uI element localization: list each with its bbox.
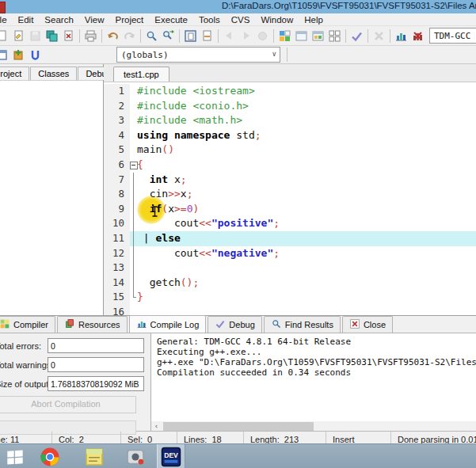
fold-gutter bbox=[130, 143, 137, 158]
check-icon bbox=[215, 318, 226, 331]
fold-marker[interactable] bbox=[130, 158, 137, 173]
menu-tools[interactable]: Tools bbox=[193, 15, 226, 25]
stat-value-field[interactable]: 1.76818370819092 MiB bbox=[48, 376, 144, 391]
code-text: cin>>x; bbox=[137, 187, 476, 202]
window-new-icon[interactable] bbox=[0, 47, 10, 63]
code-line[interactable]: 7 int x; bbox=[104, 173, 476, 188]
code-token: #include <iostream> bbox=[137, 85, 255, 97]
code-line[interactable]: 16 bbox=[104, 305, 476, 315]
save-all-icon[interactable] bbox=[44, 28, 60, 44]
code-line[interactable]: 8 cin>>x; bbox=[104, 187, 476, 202]
code-text bbox=[137, 305, 476, 315]
code-token: ; bbox=[187, 188, 193, 200]
code-line[interactable]: 6{ bbox=[104, 158, 476, 173]
open-file-icon[interactable] bbox=[10, 28, 27, 44]
line-number: 2 bbox=[104, 99, 130, 114]
project-panel-body[interactable] bbox=[0, 81, 103, 315]
code-line[interactable]: 13 bbox=[104, 261, 476, 276]
tab-close[interactable]: Close bbox=[342, 316, 393, 333]
code-line[interactable]: 11 | else bbox=[104, 231, 476, 246]
stat-value-field[interactable]: 0 bbox=[48, 338, 144, 353]
syntax-check-icon[interactable] bbox=[348, 28, 365, 44]
abort-icon bbox=[371, 28, 387, 44]
compile-log-panel: Total errors:0Total warnings:0Size of ou… bbox=[0, 333, 476, 431]
code-line[interactable]: 1#include <iostream> bbox=[104, 84, 476, 99]
window-title: D:\FaraDars.Org\T1059\FVSFT95031\FVSFT95… bbox=[222, 1, 476, 10]
tab-compile-log[interactable]: Compile Log bbox=[129, 315, 207, 333]
code-line[interactable]: 3#include <math.h> bbox=[104, 113, 476, 128]
taskbar-snipping-icon[interactable] bbox=[122, 444, 149, 468]
code-token: getch bbox=[137, 276, 181, 288]
editor-tab-bar: test1.cpp bbox=[104, 64, 476, 82]
menu-edit[interactable]: Edit bbox=[13, 15, 40, 25]
profile-delete-icon[interactable] bbox=[409, 28, 426, 44]
tab-find-results[interactable]: Find Results bbox=[264, 316, 341, 333]
find-icon[interactable] bbox=[143, 28, 160, 44]
insert-unit-icon[interactable] bbox=[27, 47, 44, 63]
title-bar[interactable]: D:\FaraDars.Org\T1059\FVSFT95031\FVSFT95… bbox=[0, 0, 476, 13]
code-text: | else bbox=[137, 231, 476, 246]
compiler-icon bbox=[0, 318, 10, 331]
replace-icon[interactable] bbox=[160, 28, 177, 44]
rebuild-icon[interactable] bbox=[326, 28, 343, 44]
line-number: 16 bbox=[104, 305, 130, 315]
compiler-select[interactable]: TDM-GCC 4.8 bbox=[429, 28, 476, 44]
goto-icon[interactable] bbox=[182, 28, 199, 44]
add-item-icon[interactable] bbox=[10, 47, 27, 63]
menu-bar: FileEditSearchViewProjectExecuteToolsCVS… bbox=[0, 13, 476, 25]
panel-tab-project[interactable]: Project bbox=[0, 67, 29, 80]
editor: test1.cpp 1#include <iostream>2#include … bbox=[104, 64, 476, 315]
new-file-icon[interactable] bbox=[0, 28, 10, 44]
taskbar-start-button[interactable] bbox=[2, 444, 29, 468]
tab-compiler[interactable]: Compiler bbox=[0, 316, 55, 333]
code-line[interactable]: 15} bbox=[104, 290, 476, 305]
menu-window[interactable]: Window bbox=[255, 15, 299, 25]
code-line[interactable]: 14 getch(); bbox=[104, 276, 476, 291]
print-icon[interactable] bbox=[82, 28, 99, 44]
code-area[interactable]: 1#include <iostream>2#include <conio.h>3… bbox=[104, 82, 476, 315]
taskbar-dev-cpp-icon[interactable]: DEV bbox=[157, 444, 185, 468]
menu-help[interactable]: Help bbox=[299, 15, 329, 25]
menu-project[interactable]: Project bbox=[110, 15, 150, 25]
line-number: 8 bbox=[104, 187, 130, 202]
undo-icon[interactable] bbox=[105, 28, 121, 44]
line-number: 5 bbox=[104, 143, 130, 158]
stat-row: Size of output:1.76818370819092 MiB bbox=[0, 376, 147, 391]
menu-cvs[interactable]: CVS bbox=[226, 15, 256, 25]
fold-marker bbox=[130, 231, 137, 246]
panel-tab-classes[interactable]: Classes bbox=[30, 67, 77, 80]
code-token: x bbox=[168, 173, 181, 185]
code-line[interactable]: 9 if(x>=0) bbox=[104, 202, 476, 217]
taskbar-notes-icon[interactable] bbox=[81, 444, 108, 468]
close-file-icon[interactable] bbox=[60, 28, 77, 44]
toolbar-separator bbox=[140, 29, 141, 43]
code-line[interactable]: 12 cout<<"negative"; bbox=[104, 246, 476, 261]
code-line[interactable]: 2#include <conio.h> bbox=[104, 99, 476, 114]
main-area: ProjectClassesDebug test1.cpp 1#include … bbox=[0, 63, 476, 315]
horizontal-scrollbar[interactable]: ‹ bbox=[151, 421, 476, 431]
scroll-left-arrow-icon[interactable]: ‹ bbox=[151, 421, 162, 431]
compile-log[interactable]: General: TDM-GCC 4.8.1 64-bit ReleaseExe… bbox=[151, 333, 476, 431]
profile-icon[interactable] bbox=[393, 28, 409, 44]
editor-tab-test1cpp[interactable]: test1.cpp bbox=[113, 67, 169, 82]
compile-run-icon[interactable] bbox=[310, 28, 326, 44]
menu-execute[interactable]: Execute bbox=[149, 15, 193, 25]
toolbar-class-browser: (globals) ∨ bbox=[0, 45, 476, 63]
menu-view[interactable]: View bbox=[79, 15, 110, 25]
bookmark-icon[interactable] bbox=[199, 28, 215, 44]
scrollbar-thumb[interactable] bbox=[163, 422, 314, 431]
globals-select[interactable]: (globals) ∨ bbox=[116, 47, 280, 63]
compile-icon[interactable] bbox=[276, 28, 293, 44]
code-token: >> bbox=[168, 188, 181, 200]
code-line[interactable]: 5main() bbox=[104, 143, 476, 158]
menu-file[interactable]: File bbox=[0, 15, 13, 25]
menu-search[interactable]: Search bbox=[39, 15, 78, 25]
stat-value-field[interactable]: 0 bbox=[48, 357, 144, 372]
code-line[interactable]: 10 cout<<"positive"; bbox=[104, 216, 476, 231]
toolbar-separator bbox=[101, 29, 102, 43]
tab-resources[interactable]: Resources bbox=[57, 316, 128, 333]
taskbar-chrome-icon[interactable] bbox=[36, 444, 63, 468]
code-line[interactable]: 4using namespace std; bbox=[104, 128, 476, 143]
tab-debug[interactable]: Debug bbox=[208, 316, 261, 333]
run-icon[interactable] bbox=[293, 28, 310, 44]
